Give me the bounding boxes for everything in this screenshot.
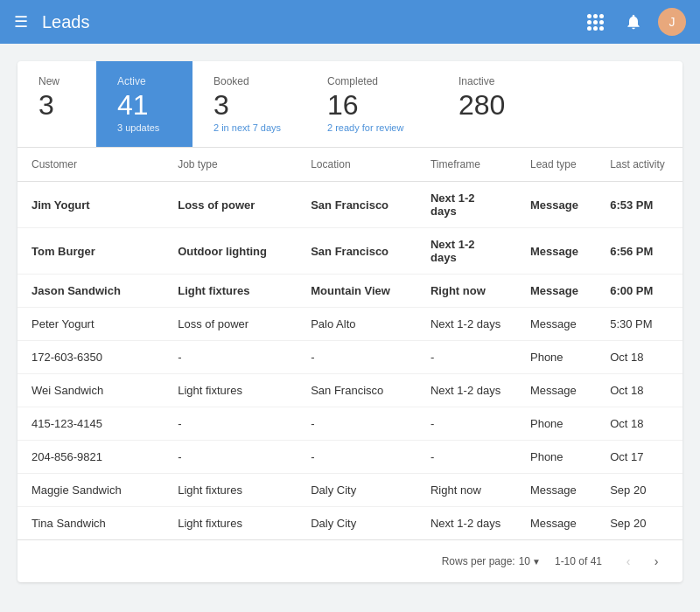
stat-active-value: 41 [117, 91, 172, 119]
stat-active[interactable]: Active 41 3 updates [96, 61, 192, 147]
pagination-row: Rows per page: 10 ▼ 1-10 of 41 ‹ › [18, 539, 682, 582]
table-header: Customer Job type Location Timeframe Lea… [18, 148, 682, 182]
cell-customer: Maggie Sandwich [18, 474, 164, 507]
stat-completed-sub: 2 ready for review [327, 122, 416, 133]
app-header: ☰ Leads J [0, 0, 700, 44]
table-row[interactable]: 172-603-6350---PhoneOct 18 [18, 341, 682, 374]
cell-jobtype: Light fixtures [164, 507, 297, 540]
grid-icon-button[interactable] [581, 8, 609, 36]
cell-timeframe: Next 1-2 days [416, 374, 516, 407]
stat-active-label: Active [117, 75, 172, 87]
cell-leadtype: Message [516, 275, 596, 308]
stat-new-value: 3 [38, 91, 75, 119]
rows-per-page-chevron-icon: ▼ [532, 557, 541, 567]
notifications-icon-button[interactable] [620, 8, 648, 36]
stats-row: New 3 Active 41 3 updates Booked 3 2 in … [18, 61, 682, 148]
stat-booked[interactable]: Booked 3 2 in next 7 days [192, 61, 306, 147]
col-header-lastactivity: Last activity [596, 148, 682, 182]
cell-jobtype: Loss of power [164, 308, 297, 341]
cell-leadtype: Message [516, 507, 596, 540]
main-content: New 3 Active 41 3 updates Booked 3 2 in … [0, 44, 700, 612]
cell-customer: 172-603-6350 [18, 341, 164, 374]
cell-location: - [297, 441, 416, 474]
pagination-range: 1-10 of 41 [555, 555, 602, 567]
leads-table: Customer Job type Location Timeframe Lea… [18, 148, 682, 539]
cell-jobtype: - [164, 441, 297, 474]
cell-jobtype: Outdoor lighting [164, 228, 297, 275]
cell-customer: Tom Burger [18, 228, 164, 275]
stat-booked-sub: 2 in next 7 days [214, 122, 285, 133]
cell-leadtype: Phone [516, 441, 596, 474]
stat-completed-value: 16 [327, 91, 416, 119]
table-row[interactable]: Tina SandwichLight fixturesDaly CityNext… [18, 507, 682, 540]
cell-jobtype: Light fixtures [164, 275, 297, 308]
rows-per-page-control: Rows per page: 10 ▼ [442, 555, 541, 567]
table-row[interactable]: Maggie SandwichLight fixturesDaly CityRi… [18, 474, 682, 507]
header-actions: J [581, 8, 686, 36]
cell-jobtype: Light fixtures [164, 374, 297, 407]
col-header-location: Location [297, 148, 416, 182]
col-header-customer: Customer [18, 148, 164, 182]
table-row[interactable]: 204-856-9821---PhoneOct 17 [18, 441, 682, 474]
leads-table-container: Customer Job type Location Timeframe Lea… [18, 148, 682, 539]
cell-location: San Francisco [297, 182, 416, 228]
stat-inactive[interactable]: Inactive 280 [438, 61, 542, 147]
cell-leadtype: Message [516, 374, 596, 407]
table-row[interactable]: 415-123-4145---PhoneOct 18 [18, 407, 682, 441]
menu-icon[interactable]: ☰ [14, 12, 28, 31]
cell-lastactivity: Oct 17 [596, 441, 682, 474]
table-row[interactable]: Peter YogurtLoss of powerPalo AltoNext 1… [18, 308, 682, 341]
stat-new[interactable]: New 3 [18, 61, 96, 147]
table-row[interactable]: Jim YogurtLoss of powerSan FranciscoNext… [18, 182, 682, 228]
cell-lastactivity: 5:30 PM [596, 308, 682, 341]
col-header-leadtype: Lead type [516, 148, 596, 182]
cell-location: Daly City [297, 474, 416, 507]
cell-lastactivity: 6:53 PM [596, 182, 682, 228]
cell-location: San Francisco [297, 228, 416, 275]
cell-leadtype: Phone [516, 407, 596, 441]
cell-timeframe: - [416, 341, 516, 374]
pagination-arrows: ‹ › [616, 549, 668, 574]
table-body: Jim YogurtLoss of powerSan FranciscoNext… [18, 182, 682, 540]
cell-customer: Peter Yogurt [18, 308, 164, 341]
cell-leadtype: Message [516, 474, 596, 507]
stat-booked-value: 3 [214, 91, 285, 119]
cell-timeframe: - [416, 407, 516, 441]
cell-timeframe: Right now [416, 474, 516, 507]
stat-completed[interactable]: Completed 16 2 ready for review [306, 61, 438, 147]
cell-location: - [297, 341, 416, 374]
cell-location: Palo Alto [297, 308, 416, 341]
pagination-next-button[interactable]: › [644, 549, 668, 574]
table-row[interactable]: Wei SandwichLight fixturesSan FranciscoN… [18, 374, 682, 407]
cell-location: - [297, 407, 416, 441]
cell-leadtype: Message [516, 182, 596, 228]
cell-jobtype: - [164, 407, 297, 441]
cell-lastactivity: Oct 18 [596, 374, 682, 407]
stat-inactive-value: 280 [458, 91, 522, 119]
cell-lastactivity: 6:00 PM [596, 275, 682, 308]
stat-completed-label: Completed [327, 75, 416, 87]
cell-leadtype: Message [516, 308, 596, 341]
cell-leadtype: Message [516, 228, 596, 275]
cell-jobtype: Light fixtures [164, 474, 297, 507]
page-title: Leads [42, 12, 581, 32]
rows-per-page-selector[interactable]: 10 ▼ [519, 555, 541, 567]
user-avatar[interactable]: J [658, 8, 686, 36]
cell-customer: Wei Sandwich [18, 374, 164, 407]
cell-location: San Francisco [297, 374, 416, 407]
stat-booked-label: Booked [214, 75, 285, 87]
cell-timeframe: Right now [416, 275, 516, 308]
table-row[interactable]: Jason SandwichLight fixturesMountain Vie… [18, 275, 682, 308]
cell-leadtype: Phone [516, 341, 596, 374]
rows-per-page-value: 10 [519, 555, 530, 567]
cell-lastactivity: Sep 20 [596, 474, 682, 507]
stat-new-label: New [38, 75, 75, 87]
table-row[interactable]: Tom BurgerOutdoor lightingSan FranciscoN… [18, 228, 682, 275]
cell-lastactivity: Oct 18 [596, 341, 682, 374]
cell-location: Daly City [297, 507, 416, 540]
rows-per-page-label: Rows per page: [442, 555, 515, 567]
col-header-jobtype: Job type [164, 148, 297, 182]
cell-lastactivity: Oct 18 [596, 407, 682, 441]
grid-icon [587, 14, 604, 31]
pagination-prev-button[interactable]: ‹ [616, 549, 640, 574]
